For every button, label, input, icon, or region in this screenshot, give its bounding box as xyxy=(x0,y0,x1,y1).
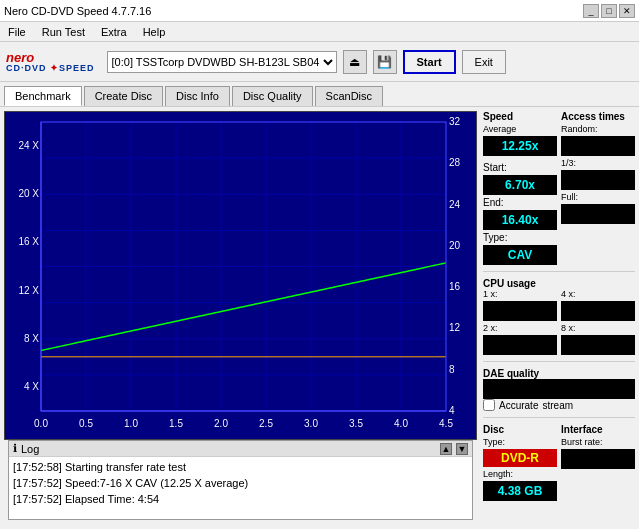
tab-disc-info[interactable]: Disc Info xyxy=(165,86,230,106)
speed-average-label: Average xyxy=(483,124,557,134)
log-scroll-down[interactable]: ▼ xyxy=(456,443,468,455)
speed-type-label: Type: xyxy=(483,232,557,243)
cpu-2x-value xyxy=(483,335,557,355)
log-entry-0: [17:52:58] Starting transfer rate test xyxy=(13,459,468,475)
access-section: Access times Random: 1/3: Full: xyxy=(561,111,635,265)
cpu-8x-label: 8 x: xyxy=(561,323,635,333)
access-full-label: Full: xyxy=(561,192,635,202)
log-header: ℹ Log ▲ ▼ xyxy=(9,441,472,457)
cpu-section: CPU usage 1 x: 2 x: 4 x: 8 x: xyxy=(483,278,635,355)
exit-button[interactable]: Exit xyxy=(462,50,506,74)
menu-help[interactable]: Help xyxy=(139,24,170,40)
speed-type-value: CAV xyxy=(483,245,557,265)
disc-section: Disc Type: DVD-R Length: 4.38 GB xyxy=(483,424,557,501)
speed-access-row: Speed Average 12.25x Start: 6.70x End: 1… xyxy=(483,111,635,265)
interface-section: Interface Burst rate: xyxy=(561,424,635,501)
log-entry-1: [17:57:52] Speed:7-16 X CAV (12.25 X ave… xyxy=(13,475,468,491)
cpu-title: CPU usage xyxy=(483,278,635,289)
speed-start-value: 6.70x xyxy=(483,175,557,195)
stream-label: stream xyxy=(542,400,573,411)
tab-create-disc[interactable]: Create Disc xyxy=(84,86,163,106)
titlebar: Nero CD-DVD Speed 4.7.7.16 _ □ ✕ xyxy=(0,0,639,22)
tab-scandisc[interactable]: ScanDisc xyxy=(315,86,383,106)
disc-type-value: DVD-R xyxy=(483,449,557,467)
right-panel: Speed Average 12.25x Start: 6.70x End: 1… xyxy=(479,107,639,528)
log-header-label: Log xyxy=(21,443,39,455)
menu-extra[interactable]: Extra xyxy=(97,24,131,40)
burst-value xyxy=(561,449,635,469)
access-random-label: Random: xyxy=(561,124,635,134)
cpu-2x-label: 2 x: xyxy=(483,323,557,333)
access-full-value xyxy=(561,204,635,224)
cpu-1x-label: 1 x: xyxy=(483,289,557,299)
speed-title: Speed xyxy=(483,111,557,122)
cpu-8x-value xyxy=(561,335,635,355)
close-button[interactable]: ✕ xyxy=(619,4,635,18)
speed-section: Speed Average 12.25x Start: 6.70x End: 1… xyxy=(483,111,557,265)
titlebar-title: Nero CD-DVD Speed 4.7.7.16 xyxy=(4,5,151,17)
speed-end-value: 16.40x xyxy=(483,210,557,230)
disc-length-value: 4.38 GB xyxy=(483,481,557,501)
dae-value xyxy=(483,379,635,399)
main-area: ℹ Log ▲ ▼ [17:52:58] Starting transfer r… xyxy=(0,107,639,528)
accurate-label: Accurate xyxy=(499,400,538,411)
toolbar: nero CD·DVD ✦SPEED [0:0] TSSTcorp DVDWBD… xyxy=(0,42,639,82)
access-random-value xyxy=(561,136,635,156)
log-content: [17:52:58] Starting transfer rate test [… xyxy=(9,457,472,519)
divider-3 xyxy=(483,417,635,418)
menubar: File Run Test Extra Help xyxy=(0,22,639,42)
eject-icon[interactable]: ⏏ xyxy=(343,50,367,74)
tab-disc-quality[interactable]: Disc Quality xyxy=(232,86,313,106)
titlebar-controls: _ □ ✕ xyxy=(583,4,635,18)
log-entry-2: [17:57:52] Elapsed Time: 4:54 xyxy=(13,491,468,507)
access-onethird-value xyxy=(561,170,635,190)
minimize-button[interactable]: _ xyxy=(583,4,599,18)
tab-benchmark[interactable]: Benchmark xyxy=(4,86,82,106)
cpu-1x-value xyxy=(483,301,557,321)
access-title: Access times xyxy=(561,111,635,122)
speed-start-label: Start: xyxy=(483,162,557,173)
accurate-stream-row: Accurate stream xyxy=(483,399,635,411)
disc-title: Disc xyxy=(483,424,557,435)
menu-file[interactable]: File xyxy=(4,24,30,40)
cpu-4x-label: 4 x: xyxy=(561,289,635,299)
tab-bar: Benchmark Create Disc Disc Info Disc Qua… xyxy=(0,82,639,107)
log-scroll-up[interactable]: ▲ xyxy=(440,443,452,455)
burst-label: Burst rate: xyxy=(561,437,635,447)
disc-type-label: Type: xyxy=(483,437,557,447)
accurate-stream-checkbox[interactable] xyxy=(483,399,495,411)
dae-title: DAE quality xyxy=(483,368,635,379)
divider-2 xyxy=(483,361,635,362)
speed-average-value: 12.25x xyxy=(483,136,557,156)
speed-end-label: End: xyxy=(483,197,557,208)
cpu-4x-value xyxy=(561,301,635,321)
menu-run-test[interactable]: Run Test xyxy=(38,24,89,40)
maximize-button[interactable]: □ xyxy=(601,4,617,18)
disc-length-label: Length: xyxy=(483,469,557,479)
start-button[interactable]: Start xyxy=(403,50,456,74)
nero-logo: nero CD·DVD ✦SPEED xyxy=(6,51,95,73)
access-onethird-label: 1/3: xyxy=(561,158,635,168)
interface-title: Interface xyxy=(561,424,635,435)
log-area: ℹ Log ▲ ▼ [17:52:58] Starting transfer r… xyxy=(8,440,473,520)
dae-section: DAE quality Accurate stream xyxy=(483,368,635,411)
save-icon[interactable]: 💾 xyxy=(373,50,397,74)
divider-1 xyxy=(483,271,635,272)
disc-interface-row: Disc Type: DVD-R Length: 4.38 GB Interfa… xyxy=(483,424,635,501)
drive-selector[interactable]: [0:0] TSSTcorp DVDWBD SH-B123L SB04 xyxy=(107,51,337,73)
